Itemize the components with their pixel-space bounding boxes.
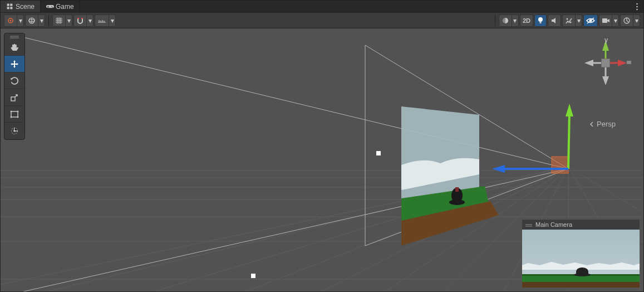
chevron-down-icon: ▾ [512, 15, 518, 26]
eye-off-icon [586, 17, 595, 25]
chevron-down-icon: ▾ [86, 15, 93, 26]
svg-rect-57 [251, 274, 255, 278]
tab-bar-spacer [80, 1, 631, 12]
chevron-down-icon: ▾ [633, 15, 640, 26]
tab-game[interactable]: Game [41, 1, 80, 12]
camera-settings-button[interactable]: ▾ [599, 14, 619, 27]
gizmos-button[interactable]: ▾ [620, 14, 640, 27]
svg-point-75 [11, 110, 12, 112]
pivot-mode-button[interactable]: ▾ [4, 14, 24, 27]
svg-point-78 [17, 116, 19, 118]
orientation-gizmo[interactable]: y [578, 33, 633, 89]
svg-line-59 [568, 112, 569, 169]
magnet-icon [76, 17, 84, 25]
svg-point-13 [10, 20, 12, 21]
svg-rect-17 [81, 18, 83, 19]
svg-rect-56 [376, 151, 381, 155]
audio-toggle-button[interactable] [548, 14, 561, 27]
svg-point-76 [17, 110, 19, 112]
globe-icon [28, 17, 36, 25]
svg-point-11 [636, 8, 638, 10]
svg-rect-16 [77, 18, 79, 19]
increment-snap-button[interactable]: ▾ [95, 14, 116, 27]
svg-marker-68 [584, 60, 593, 66]
rect-tool-button[interactable] [4, 106, 24, 123]
panel-drag-handle[interactable] [525, 224, 532, 225]
svg-rect-73 [11, 97, 15, 101]
scale-tool-button[interactable] [4, 89, 24, 106]
axis-y-label: y [604, 36, 608, 44]
hand-icon [9, 42, 19, 52]
speaker-icon [550, 17, 558, 25]
move-tool-button[interactable] [4, 56, 24, 72]
scale-icon [9, 93, 19, 103]
fx-toggle-button[interactable]: ▾ [562, 14, 582, 27]
transform-icon [9, 126, 19, 136]
grid-icon [55, 17, 63, 25]
gizmo-icon [623, 17, 631, 25]
svg-rect-0 [7, 4, 9, 6]
camera-preview-render [522, 230, 640, 288]
move-icon [9, 59, 19, 69]
svg-point-22 [570, 21, 572, 23]
tab-scene-label: Scene [16, 3, 35, 11]
chevron-left-icon [589, 121, 594, 127]
hand-tool-button[interactable] [4, 39, 24, 56]
shaded-icon [502, 17, 509, 25]
lightbulb-icon [537, 17, 544, 25]
toolbar-separator [495, 15, 495, 26]
svg-marker-62 [492, 165, 505, 173]
svg-point-9 [636, 3, 638, 4]
pivot-icon [7, 17, 14, 25]
2d-label: 2D [523, 17, 530, 24]
handle-rotation-button[interactable]: ▾ [25, 14, 45, 27]
svg-line-45 [19, 36, 568, 169]
2d-toggle-button[interactable]: 2D [520, 14, 533, 27]
camera-icon [602, 17, 609, 24]
svg-point-54 [449, 199, 465, 205]
palette-drag-handle[interactable] [4, 33, 24, 39]
chevron-down-icon: ▾ [612, 15, 618, 26]
camera-preview-panel[interactable]: Main Camera [522, 219, 640, 288]
scene-viewport[interactable]: y Persp [1, 28, 643, 291]
svg-rect-25 [602, 18, 607, 23]
ruler-icon [97, 17, 106, 25]
gamepad-icon [46, 3, 53, 10]
svg-rect-20 [540, 22, 542, 23]
camera-preview-header[interactable]: Main Camera [522, 220, 640, 230]
svg-rect-55 [455, 187, 459, 192]
svg-point-77 [11, 116, 12, 118]
rect-icon [9, 109, 19, 119]
svg-rect-63 [601, 59, 610, 67]
transform-tool-button[interactable] [4, 123, 24, 139]
rotate-tool-button[interactable] [4, 72, 24, 89]
svg-rect-74 [11, 111, 18, 117]
svg-point-19 [538, 17, 543, 22]
toolbar-separator [48, 15, 49, 26]
visibility-toggle-button[interactable] [583, 14, 598, 27]
svg-rect-6 [47, 7, 50, 7]
svg-marker-70 [618, 60, 627, 66]
svg-line-36 [140, 167, 568, 291]
tab-game-label: Game [56, 3, 74, 11]
chevron-down-icon: ▾ [575, 15, 582, 26]
tab-scene[interactable]: Scene [1, 1, 41, 12]
camera-preview-title: Main Camera [535, 221, 572, 228]
draw-mode-button[interactable]: ▾ [499, 14, 519, 27]
rotate-icon [9, 76, 19, 86]
svg-rect-3 [10, 7, 12, 9]
tool-palette[interactable] [4, 33, 25, 140]
svg-point-8 [52, 7, 53, 8]
projection-label[interactable]: Persp [589, 120, 616, 128]
grid-visibility-button[interactable]: ▾ [52, 14, 72, 27]
chevron-down-icon: ▾ [38, 15, 45, 26]
chevron-down-icon: ▾ [17, 15, 23, 26]
svg-rect-2 [7, 7, 9, 9]
chevron-down-icon: ▾ [109, 15, 115, 26]
tab-menu-button[interactable] [631, 1, 643, 12]
fx-icon [565, 17, 573, 25]
lighting-toggle-button[interactable] [534, 14, 547, 27]
svg-line-34 [1, 167, 568, 291]
svg-rect-1 [10, 4, 12, 6]
snap-button[interactable]: ▾ [73, 14, 94, 27]
